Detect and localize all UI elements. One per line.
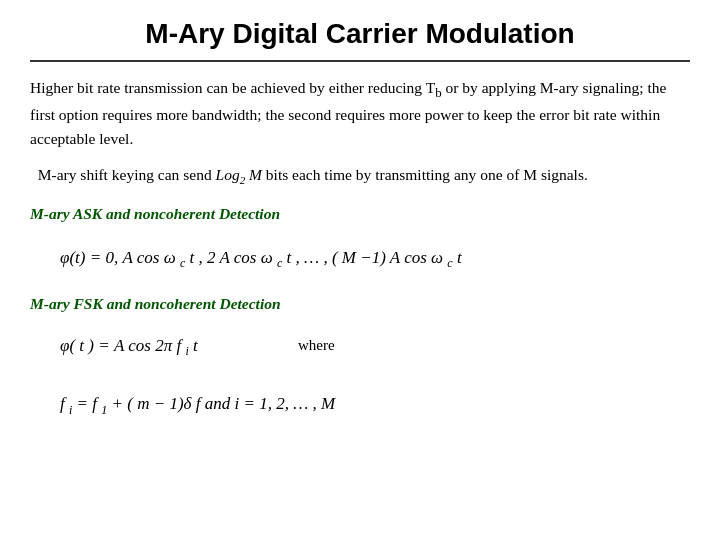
log-formula: Log2 M bbox=[216, 166, 262, 183]
title-area: M-Ary Digital Carrier Modulation bbox=[30, 18, 690, 62]
fsk-formula-row1: φ( t ) = A cos 2π f i t where bbox=[30, 327, 690, 363]
slide: M-Ary Digital Carrier Modulation Higher … bbox=[0, 0, 720, 540]
slide-title: M-Ary Digital Carrier Modulation bbox=[145, 18, 574, 49]
tb-subscript: b bbox=[435, 85, 442, 100]
para1-text-pre: Higher bit rate transmission can be achi… bbox=[30, 79, 666, 147]
paragraph-2: M-ary shift keying can send Log2 M bits … bbox=[30, 163, 690, 189]
svg-text:f
          i
           = 
  : f i = f 1 + ( m − 1)δ f and i = 1, 2, … … bbox=[60, 394, 336, 417]
heading-fsk: M-ary FSK and noncoherent Detection bbox=[30, 295, 690, 313]
ask-formula-svg: φ(t) = 0, A cos ω c t , 2 A cos ω c t , … bbox=[60, 239, 490, 275]
fsk-formula-row2: f i = f 1 + ( m − 1)δ f and i = 1, 2, … … bbox=[30, 381, 690, 421]
fsk-formula-svg1: φ( t ) = A cos 2π f i t bbox=[60, 327, 280, 363]
svg-text:φ(t) = 0,  
          A
      : φ(t) = 0, A cos ω c t , 2 A cos ω c t , … bbox=[60, 248, 463, 270]
paragraph-1: Higher bit rate transmission can be achi… bbox=[30, 76, 690, 151]
svg-text:φ(
          t
          ) = 
: φ( t ) = A cos 2π f i t bbox=[60, 336, 199, 358]
ask-formula-block: φ(t) = 0, A cos ω c t , 2 A cos ω c t , … bbox=[30, 235, 690, 279]
content-area: Higher bit rate transmission can be achi… bbox=[30, 76, 690, 522]
where-label: where bbox=[298, 337, 335, 354]
fsk-formula-svg2: f i = f 1 + ( m − 1)δ f and i = 1, 2, … … bbox=[60, 381, 520, 421]
log-sub-2: 2 bbox=[240, 174, 246, 186]
heading-ask: M-ary ASK and noncoherent Detection bbox=[30, 205, 690, 223]
